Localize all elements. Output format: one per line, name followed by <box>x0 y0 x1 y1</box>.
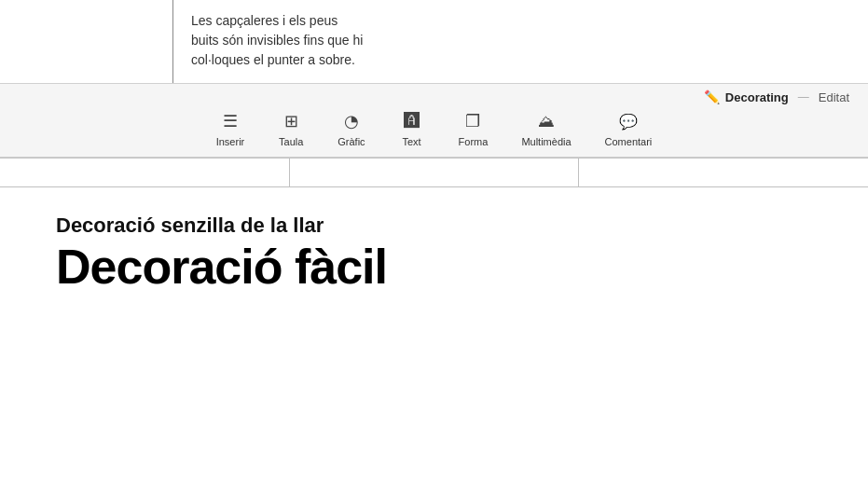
forma-icon <box>460 110 486 132</box>
table-col-3 <box>579 158 868 186</box>
table-col-2 <box>290 158 580 186</box>
toolbar-item-inserir[interactable]: Inserir <box>216 110 245 147</box>
toolbar-item-forma[interactable]: Forma <box>459 110 489 147</box>
toolbar-top-bar: ✏️ Decorating — Editat <box>0 84 868 104</box>
toolbar-item-comentari[interactable]: Comentari <box>605 110 653 147</box>
table-header <box>0 158 868 187</box>
doc-name: Decorating <box>725 90 789 104</box>
toolbar: ✏️ Decorating — Editat Inserir Taula Grà… <box>0 84 868 158</box>
taula-label: Taula <box>279 136 303 147</box>
vertical-divider <box>172 0 173 83</box>
doc-status: Editat <box>819 90 849 104</box>
content-area: Decoració senzilla de la llar Decoració … <box>0 187 868 293</box>
comentari-label: Comentari <box>605 136 653 147</box>
multimedia-icon <box>533 110 559 132</box>
toolbar-separator: — <box>798 90 809 103</box>
text-label: Text <box>403 136 421 147</box>
toolbar-item-multimedia[interactable]: Multimèdia <box>521 110 571 147</box>
grafic-label: Gràfic <box>338 136 365 147</box>
text-icon <box>399 110 425 132</box>
inserir-icon <box>217 110 243 132</box>
toolbar-item-text[interactable]: Text <box>399 110 425 147</box>
grafic-icon <box>338 110 365 132</box>
content-title: Decoració fàcil <box>56 241 812 293</box>
annotation-line3: col·loques el punter a sobre. <box>191 52 355 67</box>
doc-icon: ✏️ <box>704 90 720 104</box>
annotation-text: Les capçaleres i els peus buits són invi… <box>172 0 564 70</box>
annotation-section: Les capçaleres i els peus buits són invi… <box>0 0 868 84</box>
forma-label: Forma <box>459 136 489 147</box>
taula-icon <box>278 110 304 132</box>
comentari-icon <box>615 110 641 132</box>
toolbar-item-grafic[interactable]: Gràfic <box>338 110 365 147</box>
annotation-line1: Les capçaleres i els peus <box>191 13 338 28</box>
content-subtitle: Decoració senzilla de la llar <box>56 214 812 238</box>
inserir-label: Inserir <box>216 136 245 147</box>
toolbar-items: Inserir Taula Gràfic Text Forma Multimèd… <box>0 104 868 157</box>
toolbar-item-taula[interactable]: Taula <box>278 110 304 147</box>
table-col-1 <box>0 158 290 186</box>
annotation-line2: buits són invisibles fins que hi <box>191 33 363 48</box>
multimedia-label: Multimèdia <box>521 136 571 147</box>
